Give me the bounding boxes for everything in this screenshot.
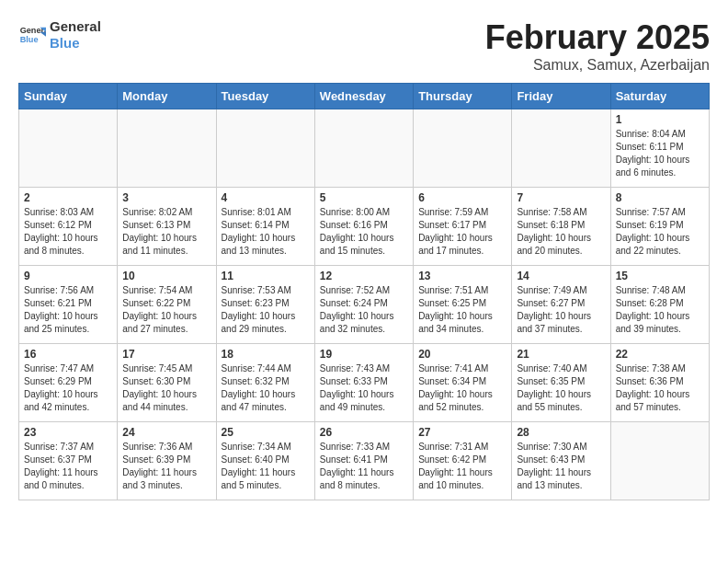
calendar-cell <box>314 109 413 188</box>
day-info: Sunrise: 7:31 AM Sunset: 6:42 PM Dayligh… <box>418 441 506 492</box>
day-number: 18 <box>222 348 310 361</box>
day-number: 26 <box>320 426 408 439</box>
weekday-header-tuesday: Tuesday <box>216 84 314 109</box>
day-info: Sunrise: 7:41 AM Sunset: 6:34 PM Dayligh… <box>418 362 506 414</box>
header-row: SundayMondayTuesdayWednesdayThursdayFrid… <box>19 84 710 109</box>
calendar-cell: 16Sunrise: 7:47 AM Sunset: 6:29 PM Dayli… <box>19 344 118 422</box>
week-row-4: 16Sunrise: 7:47 AM Sunset: 6:29 PM Dayli… <box>19 344 710 422</box>
week-row-3: 9Sunrise: 7:56 AM Sunset: 6:21 PM Daylig… <box>19 266 710 344</box>
calendar-cell <box>19 109 118 188</box>
weekday-header-friday: Friday <box>512 84 610 109</box>
day-info: Sunrise: 8:03 AM Sunset: 6:12 PM Dayligh… <box>24 206 112 258</box>
day-number: 15 <box>616 270 704 282</box>
calendar-cell: 21Sunrise: 7:40 AM Sunset: 6:35 PM Dayli… <box>512 344 610 422</box>
weekday-header-saturday: Saturday <box>610 84 709 109</box>
calendar-subtitle: Samux, Samux, Azerbaijan <box>485 57 710 74</box>
calendar-table: SundayMondayTuesdayWednesdayThursdayFrid… <box>18 83 710 500</box>
calendar-cell <box>610 422 709 500</box>
day-info: Sunrise: 7:51 AM Sunset: 6:25 PM Dayligh… <box>418 284 506 336</box>
day-number: 5 <box>320 191 408 204</box>
calendar-cell: 15Sunrise: 7:48 AM Sunset: 6:28 PM Dayli… <box>610 266 709 344</box>
day-number: 11 <box>222 270 310 282</box>
day-number: 20 <box>418 348 506 361</box>
calendar-cell: 18Sunrise: 7:44 AM Sunset: 6:32 PM Dayli… <box>216 344 314 422</box>
calendar-cell: 28Sunrise: 7:30 AM Sunset: 6:43 PM Dayli… <box>512 422 610 500</box>
calendar-cell <box>118 109 216 188</box>
calendar-cell: 14Sunrise: 7:49 AM Sunset: 6:27 PM Dayli… <box>512 266 610 344</box>
header: General Blue General Blue February 2025 … <box>18 18 710 74</box>
week-row-1: 1Sunrise: 8:04 AM Sunset: 6:11 PM Daylig… <box>19 109 710 188</box>
title-section: February 2025 Samux, Samux, Azerbaijan <box>485 18 710 74</box>
calendar-cell <box>512 109 610 188</box>
week-row-2: 2Sunrise: 8:03 AM Sunset: 6:12 PM Daylig… <box>19 188 710 266</box>
day-number: 28 <box>517 426 605 439</box>
svg-text:Blue: Blue <box>20 35 39 44</box>
calendar-cell: 27Sunrise: 7:31 AM Sunset: 6:42 PM Dayli… <box>414 422 512 500</box>
day-number: 21 <box>517 348 605 361</box>
day-number: 16 <box>24 348 112 361</box>
calendar-cell: 13Sunrise: 7:51 AM Sunset: 6:25 PM Dayli… <box>414 266 512 344</box>
calendar-cell: 19Sunrise: 7:43 AM Sunset: 6:33 PM Dayli… <box>314 344 413 422</box>
weekday-header-sunday: Sunday <box>19 84 118 109</box>
calendar-cell: 2Sunrise: 8:03 AM Sunset: 6:12 PM Daylig… <box>19 188 118 266</box>
weekday-header-wednesday: Wednesday <box>314 84 413 109</box>
day-number: 3 <box>122 191 210 204</box>
day-info: Sunrise: 7:49 AM Sunset: 6:27 PM Dayligh… <box>517 284 605 336</box>
day-info: Sunrise: 7:36 AM Sunset: 6:39 PM Dayligh… <box>122 441 210 492</box>
day-info: Sunrise: 8:02 AM Sunset: 6:13 PM Dayligh… <box>122 206 210 258</box>
day-number: 23 <box>24 426 112 439</box>
day-number: 8 <box>616 191 704 204</box>
calendar-cell: 9Sunrise: 7:56 AM Sunset: 6:21 PM Daylig… <box>19 266 118 344</box>
calendar-cell <box>414 109 512 188</box>
calendar-cell: 24Sunrise: 7:36 AM Sunset: 6:39 PM Dayli… <box>118 422 216 500</box>
calendar-cell: 10Sunrise: 7:54 AM Sunset: 6:22 PM Dayli… <box>118 266 216 344</box>
day-info: Sunrise: 7:38 AM Sunset: 6:36 PM Dayligh… <box>616 362 704 414</box>
day-info: Sunrise: 7:47 AM Sunset: 6:29 PM Dayligh… <box>24 362 112 414</box>
logo-blue: Blue <box>50 35 101 52</box>
day-number: 24 <box>122 426 210 439</box>
day-number: 12 <box>320 270 408 282</box>
calendar-cell: 26Sunrise: 7:33 AM Sunset: 6:41 PM Dayli… <box>314 422 413 500</box>
day-info: Sunrise: 8:04 AM Sunset: 6:11 PM Dayligh… <box>616 128 704 179</box>
calendar-cell: 3Sunrise: 8:02 AM Sunset: 6:13 PM Daylig… <box>118 188 216 266</box>
calendar-cell: 12Sunrise: 7:52 AM Sunset: 6:24 PM Dayli… <box>314 266 413 344</box>
calendar-cell: 4Sunrise: 8:01 AM Sunset: 6:14 PM Daylig… <box>216 188 314 266</box>
calendar-title: February 2025 <box>485 18 710 57</box>
calendar-cell: 20Sunrise: 7:41 AM Sunset: 6:34 PM Dayli… <box>414 344 512 422</box>
day-info: Sunrise: 7:37 AM Sunset: 6:37 PM Dayligh… <box>24 441 112 492</box>
weekday-header-monday: Monday <box>118 84 216 109</box>
day-number: 22 <box>616 348 704 361</box>
calendar-cell <box>216 109 314 188</box>
day-number: 25 <box>222 426 310 439</box>
day-number: 17 <box>122 348 210 361</box>
day-info: Sunrise: 7:56 AM Sunset: 6:21 PM Dayligh… <box>24 284 112 336</box>
week-row-5: 23Sunrise: 7:37 AM Sunset: 6:37 PM Dayli… <box>19 422 710 500</box>
logo-icon: General Blue <box>18 21 46 49</box>
day-number: 13 <box>418 270 506 282</box>
calendar-cell: 6Sunrise: 7:59 AM Sunset: 6:17 PM Daylig… <box>414 188 512 266</box>
day-number: 9 <box>24 270 112 282</box>
day-info: Sunrise: 7:45 AM Sunset: 6:30 PM Dayligh… <box>122 362 210 414</box>
day-info: Sunrise: 7:54 AM Sunset: 6:22 PM Dayligh… <box>122 284 210 336</box>
day-info: Sunrise: 7:30 AM Sunset: 6:43 PM Dayligh… <box>517 441 605 492</box>
day-number: 10 <box>122 270 210 282</box>
calendar-cell: 1Sunrise: 8:04 AM Sunset: 6:11 PM Daylig… <box>610 109 709 188</box>
calendar-cell: 25Sunrise: 7:34 AM Sunset: 6:40 PM Dayli… <box>216 422 314 500</box>
logo: General Blue General Blue <box>18 18 101 52</box>
day-number: 7 <box>517 191 605 204</box>
calendar-cell: 23Sunrise: 7:37 AM Sunset: 6:37 PM Dayli… <box>19 422 118 500</box>
calendar-cell: 11Sunrise: 7:53 AM Sunset: 6:23 PM Dayli… <box>216 266 314 344</box>
day-info: Sunrise: 7:34 AM Sunset: 6:40 PM Dayligh… <box>222 441 310 492</box>
day-info: Sunrise: 7:33 AM Sunset: 6:41 PM Dayligh… <box>320 441 408 492</box>
weekday-header-thursday: Thursday <box>414 84 512 109</box>
calendar-cell: 17Sunrise: 7:45 AM Sunset: 6:30 PM Dayli… <box>118 344 216 422</box>
day-info: Sunrise: 7:43 AM Sunset: 6:33 PM Dayligh… <box>320 362 408 414</box>
calendar-cell: 22Sunrise: 7:38 AM Sunset: 6:36 PM Dayli… <box>610 344 709 422</box>
day-number: 4 <box>222 191 310 204</box>
logo-general: General <box>50 18 101 35</box>
calendar-cell: 5Sunrise: 8:00 AM Sunset: 6:16 PM Daylig… <box>314 188 413 266</box>
day-info: Sunrise: 7:53 AM Sunset: 6:23 PM Dayligh… <box>222 284 310 336</box>
day-number: 14 <box>517 270 605 282</box>
day-info: Sunrise: 8:00 AM Sunset: 6:16 PM Dayligh… <box>320 206 408 258</box>
day-number: 27 <box>418 426 506 439</box>
